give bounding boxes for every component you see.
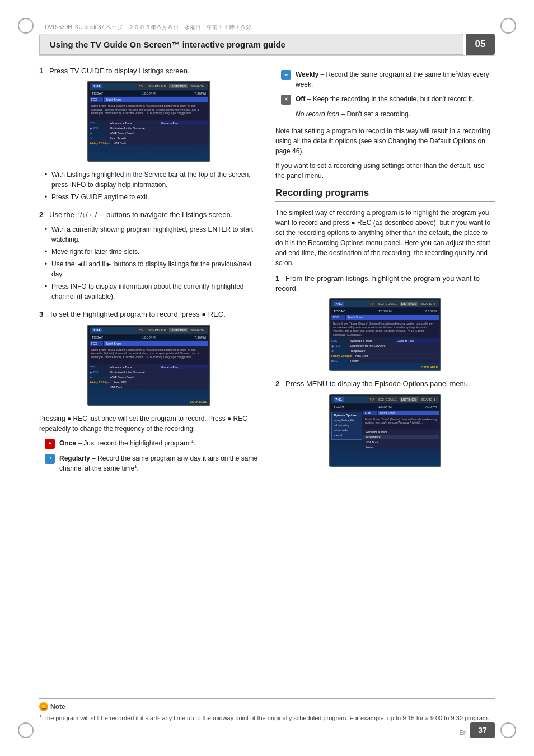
tab-listings-3: LISTINGS [400,302,418,306]
bmc-prog-4: Fottom [363,445,439,449]
click-here-label-3: CLICK HERE [420,365,438,369]
tv-row-fox5-4: Tupperware [363,435,439,439]
note-label: 🔔 Note [39,702,65,711]
tv-top-bar-4: 7:01 TV SCHEDULE LISTINGS SEARCH [331,396,439,403]
cbs-label-1: CBS [90,121,106,125]
right-step1-num: 1 [275,274,279,283]
tv-timeslot-bar-3: TODAY 12:00PM 7:30PM [331,308,439,314]
cbs-prog-2: Wannabe a Trace [107,365,157,369]
bmc-prog-3: Fottom [348,359,439,363]
tv-row-nba-1: Friday 12:00pm NBA Draft [90,141,208,145]
note-text-label: Note [50,703,65,711]
step1-bullets: With Listings highlighted in the Service… [45,170,259,202]
fox-program-2: North Shore [104,341,208,346]
left-column: 1 Press TV GUIDE to display Listings scr… [39,60,259,711]
step2-bullets: With a currently showing program highlig… [45,224,259,302]
tab-listings-4: LISTINGS [400,397,418,402]
nba-prog-1: NBA Draft [111,141,208,145]
tv-desc-2: North Shore 'Tessa' (Drama) Jason offers… [90,347,208,364]
tv-screen-3-inner: 7:01 TV SCHEDULE LISTINGS SEARCH TODAY 1… [330,299,440,370]
tv-row-nba-2: NBA Draft [90,385,208,389]
step3-text: To set the highlighted program to record… [49,310,226,318]
step2-block: 2 Use the ↑/↓/←/→ buttons to navigate th… [39,210,259,302]
bullet-1-2: Press TV GUIDE anytime to exit. [45,192,259,202]
tv-tabs-3: TV SCHEDULE LISTINGS SEARCH [368,302,437,306]
fox-label-4: FOX [363,411,377,415]
tv-row-fox4-3: ◉ FOX Elimination for the Survivore [331,344,439,348]
once-icon: ● [45,439,55,449]
bullet-2-4: Press INFO to display information about … [45,281,259,302]
recording-programs-heading: Recording programs [275,187,495,202]
tv-today-2: TODAY [92,336,103,339]
icon-item-off: ✕ Off – Keep the recording in the schedu… [281,94,495,105]
tv-time1: 12:00PM [142,92,156,95]
tv-top-bar-3: 7:01 TV SCHEDULE LISTINGS SEARCH [331,300,439,307]
tv-logo-2: 7:01 [92,328,102,332]
file-path: DVR-530H_KU.book 37 ページ ２００５年６月８日 水曜日 午前… [45,24,251,31]
tv-desc-4: North Shore 'Tessa' (Drama) Jason offers… [363,416,439,429]
cbs-prog2-3: Game to Play [395,339,439,343]
header-rule [39,55,495,56]
tab-tv: TV [137,84,145,88]
episode-options-panel: Episode Options auto_/beloa_file all rec… [331,411,362,450]
tv-tabs-1: TV SCHEDULE LISTINGS SEARCH [137,84,206,88]
tv-row-nba-4: NBA Draft [363,440,439,444]
fox2-label-1: ◉ FOX [90,126,106,130]
off-icon: ✕ [281,95,291,105]
tv-time2-3: 7:30PM [425,309,437,313]
tv-today-4: TODAY [334,405,345,408]
icon-list: ● Once – Just record the highlighted pro… [45,438,259,473]
episode-options-box: Episode Options auto_/beloa_file all rec… [331,412,362,440]
step3-num: 3 [39,310,43,318]
step3-block: 3 To set the highlighted program to reco… [39,309,259,473]
note-box: 🔔 Note 1 The program will still be recor… [39,698,495,722]
section-desc: The simplest way of recording a program … [275,208,495,268]
tv-screen-4-inner: 7:01 TV SCHEDULE LISTINGS SEARCH TODAY 1… [330,395,440,466]
tv-time1-3: 12:00PM [378,309,392,313]
weekly-text: Weekly – Record the same program at the … [296,69,495,90]
opt-attrecorder-row: att recorder [334,428,359,433]
tv-row-friday: Friday 12:00pm Reno 911! [90,380,208,384]
wwe-label-2: ⊕ [90,375,106,379]
step1-text: Press TV GUIDE to display Listings scree… [49,67,189,75]
no-record-text: No record icon – Don't set a recording. [296,109,410,119]
note-body: The program will still be recorded if it… [43,715,489,721]
cbs-label-3: CBS [331,339,347,342]
cbs-prog-3: Wannabe a Trace [348,339,392,343]
tv-time2-4: 7:30PM [425,405,437,408]
tv-row-wwe-2: ⊕ WWE SmackDown! [90,375,208,379]
page-header: Using the TV Guide On Screen™ interactiv… [39,34,495,55]
fox-label-3: FOX [331,315,345,320]
right-step2-block: 2 Press MENU to display the Episode Opti… [275,379,495,466]
tv-top-bar-1: 7:01 TV SCHEDULE LISTINGS SEARCH [90,83,208,90]
cbs-label-2: CBS [90,365,106,369]
tv-desc-3: North Shore 'Tessa' (Drama) Jason offers… [331,321,439,337]
tv-tabs-2: TV SCHEDULE LISTINGS SEARCH [137,328,206,332]
right-column: W Weekly – Record the same program at th… [275,60,495,711]
nbc-label-1: ⊙ [90,137,106,140]
bullet-1-1: With Listings highlighted in the Service… [45,170,259,190]
fox-label-2: FOX [90,341,103,346]
step2-num: 2 [39,210,43,219]
page-number: 37 [470,722,495,738]
tv-row-cbs-2: CBS Wannabe a Trace Game to Play [90,365,208,369]
wwe-prog-1: WWE SmackDown! [107,131,208,135]
tv-today-3: TODAY [334,309,345,313]
tab-schedule: SCHEDULE [146,84,168,88]
bullet-2-1: With a currently showing program highlig… [45,224,259,245]
tv-timeslot-bar-4: TODAY 12:00PM 7:30PM [331,404,439,410]
tv-row-nbc-1: ⊙ Reno Smash [90,136,208,140]
tab-listings-2: LISTINGS [169,328,188,332]
chapter-title: Using the TV Guide On Screen™ interactiv… [50,40,285,49]
tab-search: SEARCH [189,84,206,88]
click-here-label: CLICK HERE [190,400,207,403]
tv-row-cbs-3: CBS Wannabe a Trace Game to Play [331,339,439,343]
regularly-text: Regularly – Record the same program any … [59,453,259,473]
tv-top-bar-2: 7:01 TV SCHEDULE LISTINGS SEARCH [90,327,208,334]
chapter-title-box: Using the TV Guide On Screen™ interactiv… [39,34,463,55]
reg-mark-tl [18,18,34,34]
friday-label: Friday 12:00pm [90,381,110,384]
note-footnote: 1 The program will still be recorded if … [39,713,495,722]
right-step2-num: 2 [275,379,279,388]
tv-screen-1-inner: 7:01 TV SCHEDULE LISTINGS SEARCH TODAY 1… [88,82,209,161]
